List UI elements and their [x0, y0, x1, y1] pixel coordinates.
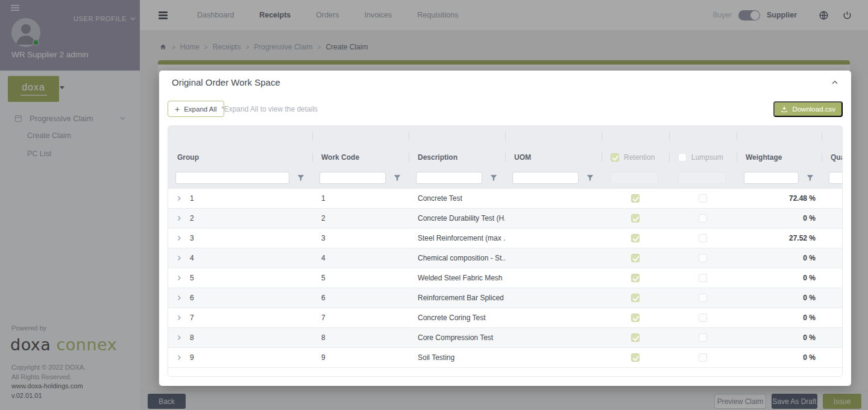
- filter-funnel-icon[interactable]: [489, 174, 498, 182]
- collapse-chevron-up-icon[interactable]: [831, 78, 839, 87]
- col-header-uom: UOM: [505, 153, 602, 162]
- row-expand-chevron-icon[interactable]: [175, 274, 183, 282]
- row-expand-chevron-icon[interactable]: [175, 314, 183, 321]
- col-header-description: Description: [409, 153, 505, 162]
- cell-group: 7: [168, 308, 312, 327]
- cell-uom: [505, 268, 602, 288]
- cell-work-code: 8: [312, 328, 409, 347]
- col-header-quantity: Quantity: [822, 153, 843, 162]
- filter-funnel-icon[interactable]: [297, 174, 305, 182]
- cell-work-code: 7: [312, 308, 409, 327]
- table-header-row: Group Work Code Description UOM Retentio…: [168, 147, 843, 168]
- cell-work-code: 1: [312, 189, 409, 208]
- expand-all-hint: *Expand All to view the details: [221, 105, 318, 113]
- cell-description: Chemical composition - St...: [409, 248, 505, 268]
- row-expand-chevron-icon[interactable]: [175, 294, 183, 301]
- lumpsum-checkbox: [699, 214, 707, 222]
- lumpsum-checkbox: [699, 274, 707, 282]
- table-row: 4 4 Chemical composition - St... 0 %: [168, 248, 843, 268]
- filter-funnel-icon[interactable]: [586, 174, 594, 182]
- row-expand-chevron-icon[interactable]: [175, 235, 183, 242]
- cell-retention: [602, 348, 669, 367]
- table-bottom-filler: [168, 367, 842, 377]
- cell-group: 9: [168, 348, 312, 367]
- cell-retention: [602, 328, 669, 347]
- cell-group: 1: [168, 189, 312, 208]
- row-expand-chevron-icon[interactable]: [175, 215, 183, 222]
- filter-funnel-icon[interactable]: [806, 174, 814, 182]
- cell-weightage: 0 %: [737, 348, 822, 367]
- retention-checkbox: [631, 194, 640, 203]
- cell-group: 5: [168, 268, 312, 288]
- filter-funnel-icon[interactable]: [393, 174, 401, 182]
- cell-weightage: 0 %: [737, 308, 822, 327]
- cell-description: Core Compression Test: [409, 328, 505, 347]
- cell-lumpsum: [669, 328, 737, 347]
- cell-quantity: [822, 328, 843, 347]
- filter-work-code-input[interactable]: [319, 172, 386, 184]
- cell-quantity: [822, 348, 843, 367]
- lumpsum-header-checkbox: [678, 153, 687, 162]
- cell-retention: [602, 189, 669, 208]
- filter-lumpsum-disabled: [678, 172, 726, 184]
- cell-uom: [505, 229, 602, 248]
- cell-weightage: 0 %: [737, 288, 822, 308]
- cell-retention: [602, 248, 669, 268]
- cell-work-code: 4: [312, 248, 409, 268]
- workspace-table: Group Work Code Description UOM Retentio…: [168, 125, 843, 377]
- table-row: 3 3 Steel Reinforcement (max ... 27.52 %: [168, 228, 843, 248]
- cell-uom: [505, 328, 602, 347]
- cell-description: Concrete Test: [409, 189, 505, 208]
- lumpsum-checkbox: [699, 254, 707, 262]
- col-header-group: Group: [168, 153, 312, 162]
- cell-description: Reinforcement Bar Spliced ...: [409, 288, 505, 308]
- cell-work-code: 9: [312, 348, 409, 367]
- cell-quantity: [822, 288, 843, 308]
- filter-weightage-input[interactable]: [744, 172, 799, 184]
- table-row: 6 6 Reinforcement Bar Spliced ... 0 %: [168, 288, 843, 308]
- row-expand-chevron-icon[interactable]: [175, 195, 183, 202]
- retention-checkbox: [631, 333, 640, 342]
- row-expand-chevron-icon[interactable]: [175, 254, 183, 262]
- cell-group: 4: [168, 248, 312, 268]
- cell-group: 6: [168, 288, 312, 308]
- download-csv-button[interactable]: Download.csv: [773, 101, 843, 117]
- cell-lumpsum: [669, 348, 737, 367]
- row-expand-chevron-icon[interactable]: [175, 334, 183, 341]
- retention-header-checkbox: [611, 153, 619, 162]
- cell-weightage: 27.52 %: [737, 229, 822, 248]
- app-root: USER PROFILE WR Supplier 2 admin doxa Pr…: [0, 0, 868, 410]
- cell-description: Soil Testing: [409, 348, 505, 367]
- filter-quantity-input[interactable]: [829, 172, 843, 184]
- col-header-work-code: Work Code: [312, 153, 409, 162]
- retention-checkbox: [631, 314, 640, 322]
- expand-all-button[interactable]: + Expand All: [168, 101, 224, 117]
- cell-quantity: [822, 308, 843, 327]
- table-row: 5 5 Welded Steel Fabric Mesh 0 %: [168, 268, 843, 288]
- lumpsum-checkbox: [699, 234, 707, 242]
- cell-weightage: 72.48 %: [737, 189, 822, 208]
- cell-quantity: [822, 248, 843, 268]
- cell-weightage: 0 %: [737, 209, 822, 228]
- retention-checkbox: [631, 214, 640, 222]
- filter-group-input[interactable]: [175, 172, 289, 184]
- cell-uom: [505, 288, 602, 308]
- filter-retention-disabled: [611, 172, 658, 184]
- cell-description: Steel Reinforcement (max ...: [409, 229, 505, 248]
- cell-lumpsum: [669, 288, 737, 308]
- row-expand-chevron-icon[interactable]: [175, 354, 183, 361]
- lumpsum-checkbox: [699, 353, 707, 362]
- cell-retention: [602, 268, 669, 288]
- table-group-header-row: [168, 126, 843, 147]
- retention-checkbox: [631, 353, 640, 362]
- cell-quantity: [822, 209, 843, 228]
- table-row: 8 8 Core Compression Test 0 %: [168, 327, 843, 347]
- cell-lumpsum: [669, 209, 737, 228]
- filter-description-input[interactable]: [416, 172, 482, 184]
- cell-description: Concrete Durability Test (H...: [409, 209, 505, 228]
- col-header-weightage: Weightage: [737, 153, 822, 162]
- cell-uom: [505, 189, 602, 208]
- table-row: 2 2 Concrete Durability Test (H... 0 %: [168, 208, 843, 228]
- cell-description: Welded Steel Fabric Mesh: [409, 268, 505, 288]
- filter-uom-input[interactable]: [512, 172, 579, 184]
